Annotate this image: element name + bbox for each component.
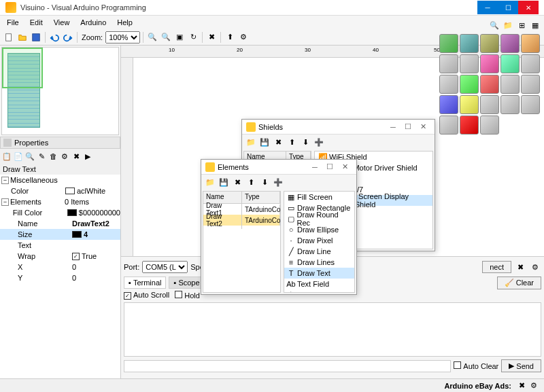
menu-view[interactable]: View — [50, 17, 74, 28]
dialog-titlebar[interactable]: Shields ─ ☐ ✕ — [242, 120, 435, 135]
catalog-item[interactable]: ⬠Draw Polygon — [284, 289, 354, 293]
checkbox-icon[interactable]: ✓ — [72, 253, 80, 260]
dlg-tool-open[interactable]: 📁 — [204, 176, 216, 188]
dialog-maximize-icon[interactable]: ☐ — [401, 122, 415, 131]
redo-button[interactable] — [62, 31, 74, 43]
palette-item[interactable] — [480, 54, 499, 73]
preview-viewport[interactable] — [2, 48, 43, 88]
palette-item[interactable] — [460, 54, 479, 73]
collapse-icon[interactable]: − — [1, 177, 9, 184]
palette-item[interactable] — [439, 54, 458, 73]
palette-item[interactable] — [460, 75, 479, 94]
collapse-icon[interactable]: − — [1, 198, 9, 206]
dlg-tool-open[interactable]: 📁 — [245, 136, 257, 148]
dlg-tool-add[interactable]: ➕ — [313, 136, 325, 148]
upload-button[interactable]: ⬆ — [224, 31, 236, 43]
refresh-button[interactable]: ↻ — [187, 31, 199, 43]
dlg-tool-save[interactable]: 💾 — [218, 176, 230, 188]
prop-text[interactable]: Text — [0, 240, 120, 251]
dlg-tool-down[interactable]: ⬇ — [299, 136, 311, 148]
prop-tool-7[interactable]: ✖ — [71, 151, 82, 162]
prop-tool-4[interactable]: ✎ — [36, 151, 47, 162]
prop-tool-2[interactable]: 📄 — [13, 151, 24, 162]
catalog-item[interactable]: TDraw Text — [284, 268, 354, 279]
terminal-input[interactable] — [124, 360, 451, 372]
dialog-maximize-icon[interactable]: ☐ — [322, 162, 337, 171]
prop-elements[interactable]: − Elements 0 Items — [0, 196, 120, 207]
dialog-minimize-icon[interactable]: ─ — [386, 123, 401, 131]
palette-item[interactable] — [521, 95, 540, 114]
dlg-tool-del[interactable]: ✖ — [272, 136, 284, 148]
clear-button[interactable]: 🧹Clear — [497, 277, 541, 289]
design-preview[interactable] — [1, 47, 119, 135]
palette-item[interactable] — [460, 34, 479, 53]
menu-help[interactable]: Help — [113, 17, 137, 28]
prop-color[interactable]: Color aclWhite — [0, 185, 120, 196]
prop-size[interactable]: Size 4 — [0, 229, 120, 240]
catalog-item[interactable]: ≡Draw Lines — [284, 257, 354, 268]
palette-tool-4[interactable]: ▦ — [529, 19, 541, 31]
conn-gear-icon[interactable]: ⚙ — [529, 261, 541, 273]
settings-button[interactable]: ⚙ — [237, 31, 250, 43]
menu-file[interactable]: File — [3, 17, 23, 28]
tab-terminal[interactable]: ▪Terminal — [124, 277, 166, 289]
dlg-tool-del[interactable]: ✖ — [231, 176, 243, 188]
auto-clear-checkbox[interactable]: Auto Clear — [454, 361, 498, 370]
prop-name[interactable]: Name DrawText2 — [0, 218, 120, 229]
auto-scroll-checkbox[interactable]: ✓Auto Scroll — [124, 291, 169, 300]
palette-item[interactable] — [480, 95, 499, 114]
hold-checkbox[interactable]: Hold — [175, 291, 200, 300]
palette-item[interactable] — [460, 95, 479, 114]
undo-button[interactable] — [48, 31, 61, 43]
palette-item[interactable] — [500, 34, 520, 53]
save-button[interactable] — [30, 31, 42, 43]
menu-arduino[interactable]: Arduino — [76, 17, 110, 28]
palette-item[interactable] — [439, 34, 458, 53]
palette-item[interactable] — [460, 115, 479, 135]
palette-item[interactable] — [480, 115, 499, 135]
prop-tool-5[interactable]: 🗑 — [48, 151, 58, 162]
dlg-tool-down[interactable]: ⬇ — [258, 176, 271, 188]
palette-item[interactable] — [439, 95, 458, 114]
prop-wrap[interactable]: Wrap ✓True — [0, 251, 120, 262]
palette-item[interactable] — [439, 115, 458, 135]
prop-fill-color[interactable]: Fill Color $000000000 — [0, 207, 120, 218]
palette-item[interactable] — [480, 75, 499, 94]
new-button[interactable] — [3, 31, 15, 43]
palette-tool-1[interactable]: 🔍 — [488, 19, 500, 31]
dialog-titlebar[interactable]: Elements ─ ☐ ✕ — [201, 160, 356, 175]
catalog-item[interactable]: AbText Field — [284, 279, 354, 289]
dialog-minimize-icon[interactable]: ─ — [307, 163, 322, 171]
list-item[interactable]: Draw Text2 TArduinoColo — [203, 215, 280, 226]
palette-item[interactable] — [521, 34, 540, 53]
zoom-out-button[interactable]: 🔍 — [160, 31, 172, 43]
palette-tool-3[interactable]: ⊞ — [515, 19, 528, 31]
status-gear-icon[interactable]: ⚙ — [528, 380, 540, 392]
port-select[interactable]: COM5 (L — [142, 261, 188, 273]
prop-x[interactable]: X 0 — [0, 262, 120, 272]
zoom-select[interactable]: 100% — [105, 31, 140, 43]
prop-y[interactable]: Y 0 — [0, 272, 120, 283]
palette-tool-2[interactable]: 📁 — [502, 19, 514, 31]
prop-tool-3[interactable]: 🔍 — [24, 151, 35, 162]
status-close-icon[interactable]: ✖ — [515, 380, 528, 392]
dialog-close-icon[interactable]: ✕ — [415, 122, 430, 131]
delete-button[interactable]: ✖ — [205, 31, 218, 43]
zoom-fit-button[interactable]: ▣ — [173, 31, 186, 43]
palette-item[interactable] — [500, 54, 520, 73]
dialog-close-icon[interactable]: ✕ — [337, 162, 352, 171]
close-button[interactable]: ✕ — [518, 1, 539, 14]
zoom-in-button[interactable]: 🔍 — [146, 31, 158, 43]
minimize-button[interactable]: ─ — [477, 1, 498, 14]
send-button[interactable]: ▶Send — [501, 359, 541, 372]
prop-tool-6[interactable]: ⚙ — [59, 151, 70, 162]
catalog-item[interactable]: ·Draw Pixel — [284, 235, 354, 246]
prop-group-misc[interactable]: − Miscellaneous — [0, 175, 120, 185]
menu-edit[interactable]: Edit — [26, 17, 47, 28]
palette-item[interactable] — [500, 95, 520, 114]
dlg-tool-add[interactable]: ➕ — [272, 176, 284, 188]
catalog-item[interactable]: ▢Draw Round Rec — [284, 213, 354, 224]
prop-tool-1[interactable]: 📋 — [1, 151, 12, 162]
dlg-tool-up[interactable]: ⬆ — [286, 136, 298, 148]
palette-item[interactable] — [480, 34, 499, 53]
